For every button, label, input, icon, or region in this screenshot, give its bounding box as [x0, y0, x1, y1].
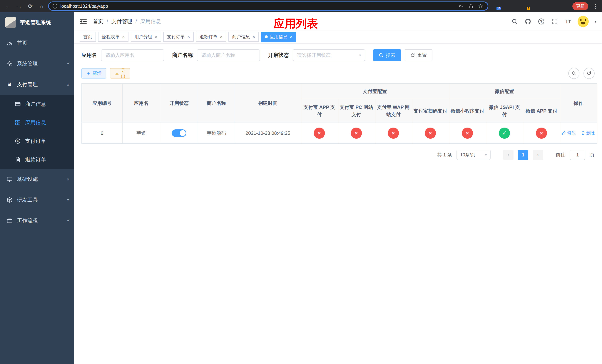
prev-page-button[interactable]: ‹ — [503, 150, 514, 160]
breadcrumb-home[interactable]: 首页 — [93, 18, 103, 25]
search-icon[interactable] — [511, 18, 518, 25]
close-icon[interactable]: × — [187, 35, 190, 39]
reload-icon[interactable]: ⟳ — [26, 2, 35, 11]
hamburger-icon[interactable] — [80, 19, 87, 24]
extension-icon-emoji[interactable] — [561, 3, 567, 9]
close-icon[interactable]: × — [155, 35, 157, 39]
page-size-select[interactable]: 10条/页 ▾ — [456, 150, 491, 160]
sidebar-item-merchant-info[interactable]: 商户信息 — [0, 95, 74, 113]
delete-link[interactable]: 删除 — [581, 130, 595, 136]
fullscreen-icon[interactable] — [551, 18, 558, 25]
browser-menu-icon[interactable]: ⋮ — [593, 3, 598, 10]
sidebar-item-app-info[interactable]: 应用信息 — [0, 113, 74, 132]
status-toggle[interactable] — [172, 129, 186, 137]
github-icon[interactable] — [524, 18, 532, 25]
close-icon[interactable]: × — [290, 35, 292, 39]
goto-label: 前往 — [556, 152, 565, 158]
monitor-icon — [7, 176, 13, 182]
sidebar-item-infrastructure[interactable]: 基础设施 ▾ — [0, 169, 74, 190]
sidebar-item-system[interactable]: 系统管理 ▾ — [0, 53, 74, 74]
download-icon — [115, 71, 119, 75]
search-icon — [379, 53, 384, 58]
bookmark-star-icon[interactable]: ☆ — [477, 3, 484, 10]
avatar-caret-icon[interactable]: ▾ — [595, 19, 596, 24]
sidebar-logo[interactable]: 芋道管理系统 — [0, 12, 74, 32]
back-icon[interactable]: ← — [4, 2, 13, 11]
breadcrumb-payment[interactable]: 支付管理 — [111, 18, 132, 25]
sidebar-item-payment[interactable]: ¥ 支付管理 ▴ — [0, 74, 74, 95]
add-button[interactable]: ＋ 新增 — [81, 68, 106, 78]
tab-process-form[interactable]: 流程表单× — [98, 32, 129, 42]
tab-refund-orders[interactable]: 退款订单× — [196, 32, 226, 42]
goto-page-input[interactable] — [570, 150, 585, 160]
merchant-name-input[interactable] — [197, 49, 260, 61]
export-button[interactable]: 导出 — [110, 68, 130, 78]
sidebar-item-home[interactable]: 首页 — [0, 32, 74, 53]
col-alipay-qr: 支付宝扫码支付 — [412, 99, 449, 123]
col-alipay-pc: 支付宝 PC 网站支付 — [338, 99, 375, 123]
sidebar-item-workflow[interactable]: 工作流程 ▾ — [0, 210, 74, 231]
chevron-down-icon: ▾ — [67, 198, 69, 202]
close-icon[interactable]: × — [220, 35, 223, 39]
toggle-search-button[interactable] — [568, 68, 580, 79]
search-icon — [571, 71, 576, 76]
password-key-icon[interactable] — [458, 3, 465, 10]
sidebar-item-dev-tools[interactable]: 研发工具 ▾ — [0, 190, 74, 210]
search-button[interactable]: 搜索 — [373, 49, 401, 61]
app-name-input[interactable] — [101, 49, 164, 61]
avatar[interactable] — [578, 16, 589, 27]
plus-icon: ＋ — [86, 70, 91, 76]
page-title: 应用列表 — [274, 16, 318, 31]
extension-icon-blue-drop[interactable] — [503, 3, 509, 9]
alipay-app-status-icon: × — [314, 128, 325, 139]
cell-app-name: 芋道 — [122, 123, 160, 143]
refresh-icon — [410, 53, 415, 58]
tab-user-group[interactable]: 用户分组× — [131, 32, 161, 42]
home-icon[interactable]: ⌂ — [37, 2, 46, 11]
status-select[interactable]: 请选择开启状态 ▾ — [293, 49, 365, 61]
extension-icon-red[interactable]: 10 — [494, 3, 500, 9]
extension-icon-multicolor[interactable]: 1 — [522, 3, 529, 9]
sidebar-item-pay-orders[interactable]: ¥ 支付订单 — [0, 132, 74, 150]
edit-link[interactable]: 修改 — [562, 130, 576, 136]
forward-icon[interactable]: → — [15, 2, 24, 11]
browser-toolbar: ← → ⟳ ⌂ i localhost:1024/pay/app ☆ 10 1 … — [0, 0, 602, 12]
table-toolbar: ＋ 新增 导出 — [81, 68, 595, 79]
url-text[interactable]: localhost:1024/pay/app — [60, 3, 455, 9]
active-dot — [265, 35, 268, 38]
close-icon[interactable]: × — [122, 35, 125, 39]
chevron-down-icon: ▾ — [67, 219, 69, 223]
page-number-1[interactable]: 1 — [518, 150, 528, 160]
yen-circle-icon: ¥ — [15, 138, 21, 144]
chevron-down-icon: ▾ — [359, 53, 361, 57]
extension-icon-pin[interactable] — [551, 3, 558, 9]
tab-app-info[interactable]: 应用信息× — [261, 32, 296, 42]
dashboard-icon — [7, 40, 13, 46]
next-page-button[interactable]: › — [533, 150, 543, 160]
help-icon[interactable]: ? — [538, 18, 545, 25]
address-bar[interactable]: i localhost:1024/pay/app ☆ — [48, 1, 488, 11]
wechat-mini-status-icon: × — [462, 128, 473, 139]
col-actions: 操作 — [560, 84, 597, 123]
col-group-wechat: 微信配置 — [449, 84, 560, 99]
extension-icon-green-circle[interactable] — [532, 3, 538, 9]
reset-button[interactable]: 重置 — [405, 49, 432, 61]
total-count: 共 1 条 — [437, 152, 452, 158]
table-row: 6 芋道 芋道源码 2021-10-23 08:49:25 × × × × × … — [82, 123, 597, 143]
app-table: 应用编号 应用名 开启状态 商户名称 创建时间 支付宝配置 微信配置 操作 支付… — [81, 83, 597, 144]
share-icon[interactable] — [468, 3, 474, 10]
refresh-table-button[interactable] — [583, 68, 595, 79]
col-alipay-app: 支付宝 APP 支付 — [301, 99, 338, 123]
pencil-icon — [562, 131, 566, 135]
extension-icon-dark[interactable] — [513, 3, 519, 9]
payment-submenu: 商户信息 应用信息 ¥ 支付订单 退款订单 — [0, 95, 74, 169]
sidebar-item-refund-orders[interactable]: 退款订单 — [0, 150, 74, 169]
tab-home[interactable]: 首页 — [80, 32, 96, 42]
tab-pay-orders[interactable]: 支付订单× — [163, 32, 194, 42]
site-info-icon[interactable]: i — [53, 4, 57, 9]
browser-update-button[interactable]: 更新 — [572, 2, 588, 10]
font-size-icon[interactable]: TT — [564, 18, 572, 25]
tab-merchant-info[interactable]: 商户信息× — [228, 32, 259, 42]
extension-icon-green-square[interactable] — [542, 3, 548, 9]
close-icon[interactable]: × — [252, 35, 255, 39]
